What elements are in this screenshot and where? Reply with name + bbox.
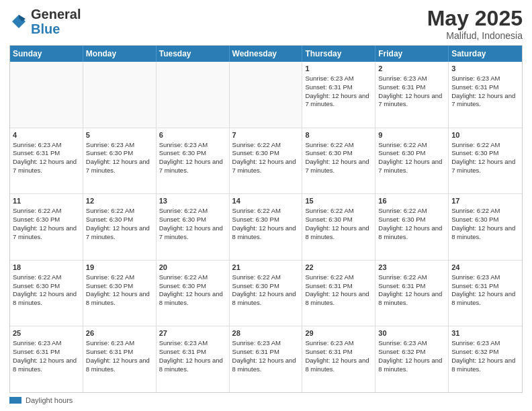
day-number: 7 [232, 130, 300, 140]
sunset-text: Sunset: 6:30 PM [86, 216, 133, 223]
day-number: 8 [305, 130, 372, 140]
cal-cell: 19Sunrise: 6:22 AMSunset: 6:30 PMDayligh… [83, 261, 157, 326]
sunset-text: Sunset: 6:31 PM [305, 83, 352, 91]
sunset-text: Sunset: 6:31 PM [159, 348, 206, 355]
daylight-text: Daylight: 12 hours and 8 minutes. [378, 290, 442, 306]
day-number: 27 [159, 328, 226, 338]
cal-header-thursday: Thursday [302, 46, 375, 62]
sunset-text: Sunset: 6:30 PM [305, 149, 352, 156]
day-number: 3 [451, 64, 519, 74]
logo-blue-text: Blue [31, 21, 60, 36]
daylight-text: Daylight: 12 hours and 7 minutes. [13, 224, 77, 240]
day-number: 12 [86, 196, 153, 206]
sunrise-text: Sunrise: 6:22 AM [451, 141, 500, 148]
cal-cell [10, 62, 83, 128]
cal-cell: 30Sunrise: 6:23 AMSunset: 6:32 PMDayligh… [375, 326, 449, 392]
sunset-text: Sunset: 6:32 PM [378, 348, 425, 355]
sunset-text: Sunset: 6:30 PM [232, 149, 279, 156]
footer-bar-icon [9, 397, 21, 404]
daylight-text: Daylight: 12 hours and 8 minutes. [86, 357, 150, 373]
sunrise-text: Sunrise: 6:22 AM [232, 207, 281, 214]
day-number: 19 [86, 263, 153, 273]
cal-cell: 21Sunrise: 6:22 AMSunset: 6:30 PMDayligh… [230, 261, 303, 326]
sunrise-text: Sunrise: 6:23 AM [451, 75, 500, 82]
daylight-text: Daylight: 12 hours and 8 minutes. [451, 224, 515, 240]
sunset-text: Sunset: 6:30 PM [451, 216, 498, 223]
cal-cell: 11Sunrise: 6:22 AMSunset: 6:30 PMDayligh… [10, 194, 83, 260]
cal-cell: 10Sunrise: 6:22 AMSunset: 6:30 PMDayligh… [449, 128, 522, 194]
cal-cell: 26Sunrise: 6:23 AMSunset: 6:31 PMDayligh… [83, 326, 157, 392]
cal-header-friday: Friday [375, 46, 449, 62]
sunrise-text: Sunrise: 6:22 AM [305, 207, 353, 214]
day-number: 6 [159, 130, 226, 140]
sunrise-text: Sunrise: 6:22 AM [159, 207, 208, 214]
daylight-text: Daylight: 12 hours and 8 minutes. [232, 224, 296, 240]
day-number: 31 [451, 328, 519, 338]
day-number: 24 [451, 263, 519, 273]
sunrise-text: Sunrise: 6:22 AM [305, 141, 353, 148]
footer: Daylight hours [9, 396, 523, 404]
sunset-text: Sunset: 6:30 PM [305, 216, 352, 223]
sunset-text: Sunset: 6:30 PM [159, 216, 206, 223]
sunset-text: Sunset: 6:30 PM [13, 216, 60, 223]
cal-cell: 3Sunrise: 6:23 AMSunset: 6:31 PMDaylight… [449, 62, 522, 128]
sunrise-text: Sunrise: 6:23 AM [13, 141, 61, 148]
sunrise-text: Sunrise: 6:23 AM [159, 339, 208, 347]
daylight-text: Daylight: 12 hours and 7 minutes. [378, 92, 442, 108]
day-number: 5 [86, 130, 153, 140]
daylight-text: Daylight: 12 hours and 7 minutes. [86, 224, 150, 240]
sunrise-text: Sunrise: 6:22 AM [232, 273, 281, 281]
day-number: 13 [159, 196, 226, 206]
sunset-text: Sunset: 6:31 PM [378, 83, 425, 91]
cal-week-2: 11Sunrise: 6:22 AMSunset: 6:30 PMDayligh… [10, 194, 522, 261]
sunrise-text: Sunrise: 6:22 AM [86, 207, 134, 214]
sunrise-text: Sunrise: 6:23 AM [159, 141, 208, 148]
sunrise-text: Sunrise: 6:22 AM [159, 273, 208, 281]
day-number: 4 [13, 130, 80, 140]
footer-label: Daylight hours [26, 396, 73, 404]
sunrise-text: Sunrise: 6:22 AM [451, 207, 500, 214]
daylight-text: Daylight: 12 hours and 8 minutes. [451, 357, 515, 373]
logo-icon [9, 12, 28, 31]
title-block: May 2025 Malifud, Indonesia [427, 7, 523, 41]
cal-week-1: 4Sunrise: 6:23 AMSunset: 6:31 PMDaylight… [10, 128, 522, 195]
day-number: 18 [13, 263, 80, 273]
cal-cell: 23Sunrise: 6:22 AMSunset: 6:31 PMDayligh… [375, 261, 449, 326]
day-number: 2 [378, 64, 445, 74]
daylight-text: Daylight: 12 hours and 8 minutes. [378, 224, 442, 240]
day-number: 23 [378, 263, 445, 273]
day-number: 26 [86, 328, 153, 338]
sunset-text: Sunset: 6:30 PM [159, 282, 206, 289]
daylight-text: Daylight: 12 hours and 7 minutes. [451, 92, 515, 108]
sunset-text: Sunset: 6:31 PM [232, 348, 279, 355]
sunrise-text: Sunrise: 6:22 AM [305, 273, 353, 281]
daylight-text: Daylight: 12 hours and 8 minutes. [378, 357, 442, 373]
daylight-text: Daylight: 12 hours and 7 minutes. [305, 158, 369, 174]
sunset-text: Sunset: 6:30 PM [451, 149, 498, 156]
daylight-text: Daylight: 12 hours and 7 minutes. [305, 92, 369, 108]
sunset-text: Sunset: 6:31 PM [451, 83, 498, 91]
daylight-text: Daylight: 12 hours and 7 minutes. [159, 158, 223, 174]
daylight-text: Daylight: 12 hours and 7 minutes. [86, 158, 150, 174]
daylight-text: Daylight: 12 hours and 7 minutes. [232, 158, 296, 174]
daylight-text: Daylight: 12 hours and 8 minutes. [305, 290, 369, 306]
sunset-text: Sunset: 6:30 PM [232, 216, 279, 223]
day-number: 30 [378, 328, 445, 338]
day-number: 20 [159, 263, 226, 273]
day-number: 22 [305, 263, 372, 273]
sunrise-text: Sunrise: 6:22 AM [86, 273, 134, 281]
sunrise-text: Sunrise: 6:22 AM [13, 273, 61, 281]
day-number: 15 [305, 196, 372, 206]
cal-cell [83, 62, 157, 128]
sunrise-text: Sunrise: 6:23 AM [305, 339, 353, 347]
cal-cell: 7Sunrise: 6:22 AMSunset: 6:30 PMDaylight… [230, 128, 303, 194]
calendar: SundayMondayTuesdayWednesdayThursdayFrid… [9, 45, 523, 393]
sunrise-text: Sunrise: 6:22 AM [13, 207, 61, 214]
daylight-text: Daylight: 12 hours and 7 minutes. [451, 158, 515, 174]
daylight-text: Daylight: 12 hours and 8 minutes. [13, 290, 77, 306]
sunset-text: Sunset: 6:31 PM [86, 348, 133, 355]
daylight-text: Daylight: 12 hours and 8 minutes. [305, 224, 369, 240]
day-number: 10 [451, 130, 519, 140]
cal-week-0: 1Sunrise: 6:23 AMSunset: 6:31 PMDaylight… [10, 62, 522, 128]
cal-cell: 28Sunrise: 6:23 AMSunset: 6:31 PMDayligh… [230, 326, 303, 392]
